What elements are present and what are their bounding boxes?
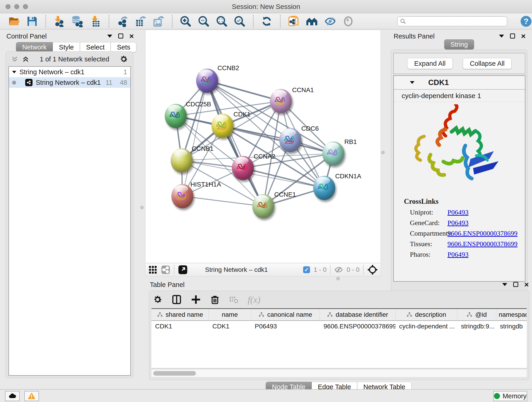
node-cdk1[interactable]: [211, 114, 234, 138]
horizontal-splitter-handle[interactable]: [336, 277, 340, 280]
panel-close-icon[interactable]: ×: [521, 33, 526, 38]
show-graphics-button[interactable]: [342, 15, 354, 27]
open-session-button[interactable]: [8, 15, 20, 27]
import-network-database-button[interactable]: [71, 15, 83, 27]
zoom-selected-button[interactable]: [234, 15, 246, 27]
network-view[interactable]: CCNB2 CCNA1 CDC25B CDK1 CDC6 RB1 CCNB1 C…: [145, 30, 381, 263]
node-ccnb2[interactable]: [196, 69, 218, 93]
table-options-gear-icon[interactable]: [153, 295, 162, 304]
node-cdkn1a[interactable]: [313, 176, 335, 200]
hide-results-button[interactable]: [324, 15, 336, 27]
column-header-database-identifier[interactable]: database identifier: [320, 309, 395, 320]
birdseye-crosshair-icon[interactable]: [367, 264, 378, 275]
table-horizontal-scrollbar[interactable]: [152, 369, 527, 377]
cell-description[interactable]: cyclin-dependent ...: [395, 321, 457, 332]
collapse-all-icon[interactable]: [11, 55, 19, 63]
edge-ccnb2-hist1h1a[interactable]: [182, 81, 207, 196]
column-header-name[interactable]: name: [209, 309, 251, 320]
save-session-button[interactable]: [26, 15, 38, 27]
expand-all-button[interactable]: Expand All: [407, 58, 453, 69]
export-image-button[interactable]: [153, 15, 165, 27]
tab-network[interactable]: Network: [16, 42, 53, 52]
export-table-button[interactable]: [135, 15, 146, 27]
search-field[interactable]: [397, 16, 507, 26]
crosslink-compartments-link[interactable]: 9606.ENSP00000378699: [447, 228, 518, 239]
cell--id[interactable]: stringdb:9...: [457, 321, 496, 332]
zoom-fit-button[interactable]: [216, 15, 228, 27]
detach-view-icon[interactable]: [178, 265, 188, 274]
cell-shared-name[interactable]: CDK1: [152, 321, 209, 332]
column-header-canonical-name[interactable]: canonical name: [251, 309, 320, 320]
panel-menu-icon[interactable]: [502, 283, 507, 286]
node-rb1[interactable]: [322, 141, 344, 166]
zoom-in-button[interactable]: [180, 15, 191, 27]
crosslink-tissues-link[interactable]: 9606.ENSP00000378699: [447, 239, 518, 249]
edge-hist1h1a-ccne1[interactable]: [182, 196, 263, 206]
panel-float-icon[interactable]: [118, 33, 123, 38]
import-table-button[interactable]: [89, 15, 101, 27]
column-header-description[interactable]: description: [395, 309, 457, 320]
search-input[interactable]: [408, 18, 504, 25]
network-edges: [146, 30, 381, 263]
network-canvas[interactable]: CCNB2 CCNA1 CDC25B CDK1 CDC6 RB1 CCNB1 C…: [146, 30, 381, 263]
cell-canonical-name[interactable]: P06493: [251, 321, 320, 332]
right-splitter-handle[interactable]: [381, 151, 385, 154]
column-header-namespace[interactable]: namespace: [496, 309, 527, 320]
crosslink-genecard-link[interactable]: P06493: [447, 217, 469, 228]
panel-close-icon[interactable]: ×: [524, 282, 529, 287]
tab-sets[interactable]: Sets: [111, 42, 136, 52]
cell-namespace[interactable]: stringdb: [496, 321, 527, 332]
tab-style[interactable]: Style: [53, 42, 80, 52]
delete-column-icon[interactable]: [210, 295, 220, 304]
zoom-out-button[interactable]: [198, 15, 209, 27]
panel-menu-icon[interactable]: [499, 35, 504, 38]
cloud-status-button[interactable]: [5, 391, 20, 401]
node-cdc25b[interactable]: [165, 104, 187, 128]
gene-collapse-icon[interactable]: [410, 81, 414, 84]
column-header-shared-name[interactable]: shared name: [152, 309, 209, 320]
scrollbar-thumb[interactable]: [153, 371, 196, 376]
network-options-gear-icon[interactable]: [119, 55, 128, 64]
network-row-selected[interactable]: String Network – cdk1 11 48: [9, 77, 130, 88]
grid-view-icon[interactable]: [148, 265, 157, 274]
column-namespace-icon: [157, 312, 163, 318]
warnings-button[interactable]: [24, 391, 39, 401]
cell-database-identifier[interactable]: 9606.ENSP00000378699: [320, 321, 395, 332]
help-button[interactable]: ?: [520, 15, 532, 27]
panel-menu-icon[interactable]: [107, 35, 112, 38]
string-app-button[interactable]: [288, 15, 300, 27]
crosslink-pharos-link[interactable]: P06493: [447, 249, 469, 260]
cell-name[interactable]: CDK1: [209, 321, 251, 332]
node-ccna1[interactable]: [270, 89, 292, 113]
home-button[interactable]: [306, 15, 318, 27]
node-cdc6[interactable]: [279, 128, 301, 152]
network-share-view-icon[interactable]: [161, 265, 170, 274]
selected-checkbox-icon[interactable]: ✓: [303, 266, 310, 273]
panel-close-icon[interactable]: ×: [129, 33, 134, 38]
panel-float-icon[interactable]: [510, 33, 515, 38]
selected-counts: 1 - 0: [314, 266, 326, 274]
node-ccnb1[interactable]: [171, 148, 193, 172]
import-network-file-button[interactable]: [53, 15, 65, 27]
crosslink-uniprot-link[interactable]: P06493: [447, 207, 469, 217]
memory-status-icon: [494, 393, 500, 399]
collapse-all-button[interactable]: Collapse All: [463, 58, 512, 69]
node-ccna2[interactable]: [232, 156, 254, 180]
tree-expand-icon[interactable]: [12, 71, 16, 73]
show-columns-icon[interactable]: [172, 294, 182, 305]
tab-select[interactable]: Select: [80, 42, 111, 52]
refresh-button[interactable]: [261, 15, 273, 27]
panel-float-icon[interactable]: [513, 282, 518, 287]
column-header--id[interactable]: @id: [457, 309, 496, 320]
network-collection-row[interactable]: String Network – cdk1 1: [9, 67, 130, 77]
add-column-icon[interactable]: [191, 294, 201, 305]
export-network-button[interactable]: [117, 15, 128, 27]
left-splitter-handle[interactable]: [140, 206, 144, 209]
expand-all-icon[interactable]: [22, 55, 30, 63]
node-hist1h1a[interactable]: [171, 184, 193, 208]
node-table[interactable]: shared namenamecanonical namedatabase id…: [152, 308, 527, 368]
memory-button[interactable]: Memory: [493, 391, 527, 401]
warning-icon: [27, 392, 36, 400]
tab-string[interactable]: String: [444, 39, 474, 50]
node-ccne1[interactable]: [252, 194, 274, 218]
